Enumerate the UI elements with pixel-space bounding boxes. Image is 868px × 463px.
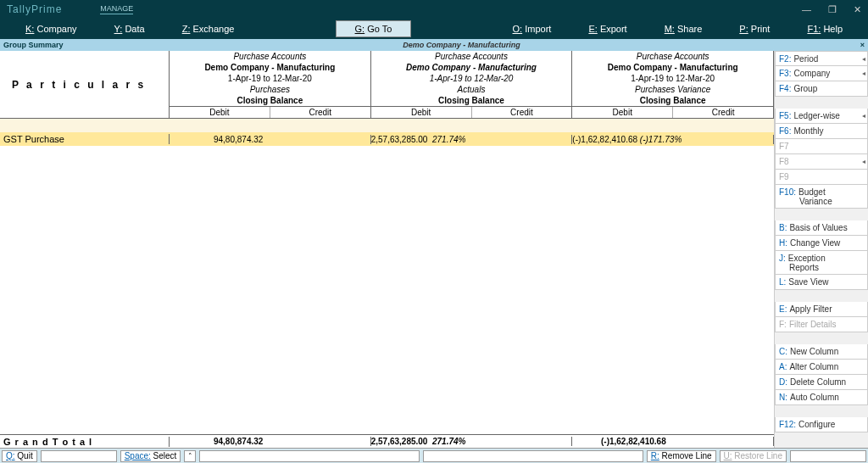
side-change-view[interactable]: H:Change View — [775, 236, 868, 251]
side-auto-column[interactable]: N:Auto Column — [775, 390, 868, 405]
header-col2: Purchase Accounts Demo Company - Manufac… — [371, 51, 573, 118]
menu-help[interactable]: F1: Help — [788, 21, 861, 36]
menubar: K: Company Y: Data Z: Exchange G: Go To … — [0, 19, 868, 39]
window-controls: — ❐ ✕ — [802, 4, 861, 15]
menu-company[interactable]: K: Company — [7, 21, 96, 36]
side-new-column[interactable]: C:New Column — [775, 344, 868, 360]
table-row[interactable] — [0, 119, 774, 132]
side-basis[interactable]: B:Basis of Values — [775, 220, 868, 236]
side-f9: F9 — [775, 170, 868, 185]
menu-share[interactable]: M: Share — [646, 21, 721, 36]
side-f5-ledger[interactable]: F5:Ledger-wise◂ — [775, 109, 868, 124]
menu-import[interactable]: O: Import — [494, 21, 570, 36]
bottom-empty1 — [41, 450, 117, 462]
bottom-empty4 — [790, 450, 866, 462]
header-particulars: P a r t i c u l a r s — [0, 51, 170, 118]
bottom-empty3 — [423, 450, 643, 462]
grand-total-row: G r a n d T o t a l 94,80,874.32 2,57,63… — [0, 434, 774, 448]
menu-exchange[interactable]: Z: Exchange — [164, 21, 253, 36]
header-col1: Purchase Accounts Demo Company - Manufac… — [170, 51, 371, 118]
side-f6-monthly[interactable]: F6:Monthly — [775, 124, 868, 139]
side-f4-group[interactable]: F4:Group — [775, 81, 868, 97]
side-f8[interactable]: F8◂ — [775, 154, 868, 170]
report-area: P a r t i c u l a r s Purchase Accounts … — [0, 51, 775, 448]
app-name: TallyPrime — [7, 3, 62, 15]
bottom-bar: Q: Quit Space: Select ˄ R: Remove Line U… — [0, 448, 868, 463]
side-f3-company[interactable]: F3:Company◂ — [775, 66, 868, 81]
side-f10-budget[interactable]: F10:Budget Variance — [775, 185, 868, 209]
data-grid[interactable]: GST Purchase 94,80,874.32 2,57,63,285.00… — [0, 119, 774, 448]
side-exception[interactable]: J:Exception Reports — [775, 251, 868, 275]
side-filter-details: F:Filter Details — [775, 317, 868, 332]
menu-print[interactable]: P: Print — [721, 21, 788, 36]
table-row-selected[interactable]: GST Purchase 94,80,874.32 2,57,63,285.00… — [0, 132, 774, 146]
panel-close-icon[interactable]: × — [860, 41, 868, 49]
company-title: Demo Company - Manufacturing — [64, 41, 860, 49]
maximize-icon[interactable]: ❐ — [828, 4, 837, 15]
side-panel: F2:Period◂ F3:Company◂ F4:Group F5:Ledge… — [775, 51, 868, 448]
bottom-remove[interactable]: R: Remove Line — [647, 450, 716, 462]
menu-export[interactable]: E: Export — [570, 21, 645, 36]
close-icon[interactable]: ✕ — [854, 4, 861, 15]
bottom-restore: U: Restore Line — [720, 450, 787, 462]
column-headers: P a r t i c u l a r s Purchase Accounts … — [0, 51, 774, 119]
titlebar: TallyPrime MANAGE — ❐ ✕ — [0, 0, 868, 19]
bottom-empty2 — [199, 450, 420, 462]
side-delete-column[interactable]: D:Delete Column — [775, 375, 868, 390]
side-apply-filter[interactable]: E:Apply Filter — [775, 302, 868, 317]
side-f7: F7 — [775, 139, 868, 154]
bottom-key-up[interactable]: ˄ — [184, 450, 196, 462]
bottom-select[interactable]: Space: Select — [120, 450, 181, 462]
side-f2-period[interactable]: F2:Period◂ — [775, 51, 868, 66]
header-col3: Purchase Accounts Demo Company - Manufac… — [572, 51, 774, 118]
side-configure[interactable]: F12:Configure — [775, 417, 868, 432]
side-alter-column[interactable]: A:Alter Column — [775, 360, 868, 375]
menu-goto[interactable]: G: Go To — [336, 20, 412, 37]
minimize-icon[interactable]: — — [802, 4, 811, 15]
bottom-quit[interactable]: Q: Quit — [2, 450, 37, 462]
row-name: GST Purchase — [0, 134, 170, 144]
side-save-view[interactable]: L:Save View — [775, 275, 868, 290]
group-summary-label: Group Summary — [0, 41, 64, 49]
subtitle-bar: Group Summary Demo Company - Manufacturi… — [0, 39, 868, 51]
manage-label[interactable]: MANAGE — [100, 4, 133, 14]
menu-data[interactable]: Y: Data — [96, 21, 164, 36]
